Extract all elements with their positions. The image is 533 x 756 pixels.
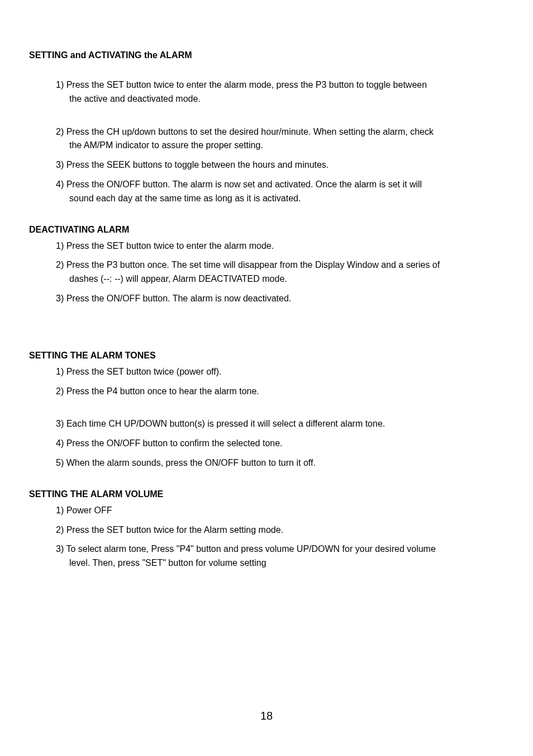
heading-setting-activating: SETTING and ACTIVATING the ALARM — [29, 50, 504, 60]
list-item: 1) Press the SET button twice (power off… — [56, 365, 504, 379]
item-number: 4) — [56, 437, 64, 451]
item-text: Press the SET button twice to enter the … — [66, 80, 427, 89]
item-number: 3) — [56, 158, 64, 172]
list-section2: 1) Press the SET button twice to enter t… — [29, 239, 504, 306]
list-section3: 1) Press the SET button twice (power off… — [29, 365, 504, 470]
item-number: 1) — [56, 78, 64, 92]
item-text: Power OFF — [66, 505, 112, 515]
item-text: Press the SEEK buttons to toggle between… — [66, 160, 329, 169]
list-item: 2) Press the P4 button once to hear the … — [56, 385, 504, 399]
item-continuation: sound each day at the same time as long … — [56, 192, 504, 206]
page-number: 18 — [0, 710, 533, 722]
item-text: Press the SET button twice (power off). — [66, 367, 222, 376]
item-text: Press the SET button twice to enter the … — [66, 241, 274, 251]
list-item: 3) Press the SEEK buttons to toggle betw… — [56, 158, 504, 172]
list-item: 1) Press the SET button twice to enter t… — [56, 239, 504, 253]
item-number: 2) — [56, 523, 64, 537]
list-section1: 1) Press the SET button twice to enter t… — [29, 78, 504, 206]
item-continuation: the AM/PM indicator to assure the proper… — [56, 139, 504, 153]
item-text: Each time CH UP/DOWN button(s) is presse… — [66, 419, 386, 428]
item-number: 2) — [56, 385, 64, 399]
list-section4: 1) Power OFF 2) Press the SET button twi… — [29, 504, 504, 570]
list-item: 2) Press the CH up/down buttons to set t… — [56, 125, 504, 153]
heading-deactivating: DEACTIVATING ALARM — [29, 225, 504, 235]
item-number: 1) — [56, 239, 64, 253]
item-continuation: the active and deactivated mode. — [56, 92, 504, 106]
item-text: Press the P3 button once. The set time w… — [66, 260, 440, 270]
item-number: 3) — [56, 542, 64, 556]
item-text: To select alarm tone, Press "P4" button … — [66, 544, 435, 554]
heading-alarm-tones: SETTING THE ALARM TONES — [29, 351, 504, 361]
item-text: Press the ON/OFF button to confirm the s… — [66, 438, 283, 448]
list-item: 1) Press the SET button twice to enter t… — [56, 78, 504, 106]
item-number: 4) — [56, 178, 64, 192]
item-continuation: level. Then, press "SET" button for volu… — [56, 556, 504, 570]
list-item: 5) When the alarm sounds, press the ON/O… — [56, 456, 504, 470]
document-page: SETTING and ACTIVATING the ALARM 1) Pres… — [0, 0, 533, 756]
list-item: 3) Press the ON/OFF button. The alarm is… — [56, 292, 504, 306]
list-item: 3) Each time CH UP/DOWN button(s) is pre… — [56, 417, 504, 431]
list-item: 1) Power OFF — [56, 504, 504, 518]
item-number: 3) — [56, 417, 64, 431]
item-continuation: dashes (--: --) will appear, Alarm DEACT… — [56, 272, 504, 286]
item-number: 3) — [56, 292, 64, 306]
item-number: 1) — [56, 365, 64, 379]
item-number: 5) — [56, 456, 64, 470]
list-item: 4) Press the ON/OFF button to confirm th… — [56, 437, 504, 451]
item-text: Press the ON/OFF button. The alarm is no… — [66, 179, 422, 189]
list-item: 3) To select alarm tone, Press "P4" butt… — [56, 542, 504, 570]
list-item: 2) Press the SET button twice for the Al… — [56, 523, 504, 537]
item-number: 1) — [56, 504, 64, 518]
list-item: 2) Press the P3 button once. The set tim… — [56, 258, 504, 286]
item-number: 2) — [56, 125, 64, 139]
list-item: 4) Press the ON/OFF button. The alarm is… — [56, 178, 504, 206]
heading-alarm-volume: SETTING THE ALARM VOLUME — [29, 489, 504, 499]
item-text: Press the CH up/down buttons to set the … — [66, 127, 434, 136]
item-number: 2) — [56, 258, 64, 272]
item-text: When the alarm sounds, press the ON/OFF … — [66, 458, 316, 467]
item-text: Press the SET button twice for the Alarm… — [66, 525, 283, 535]
item-text: Press the P4 button once to hear the ala… — [66, 386, 259, 396]
item-text: Press the ON/OFF button. The alarm is no… — [66, 294, 292, 303]
